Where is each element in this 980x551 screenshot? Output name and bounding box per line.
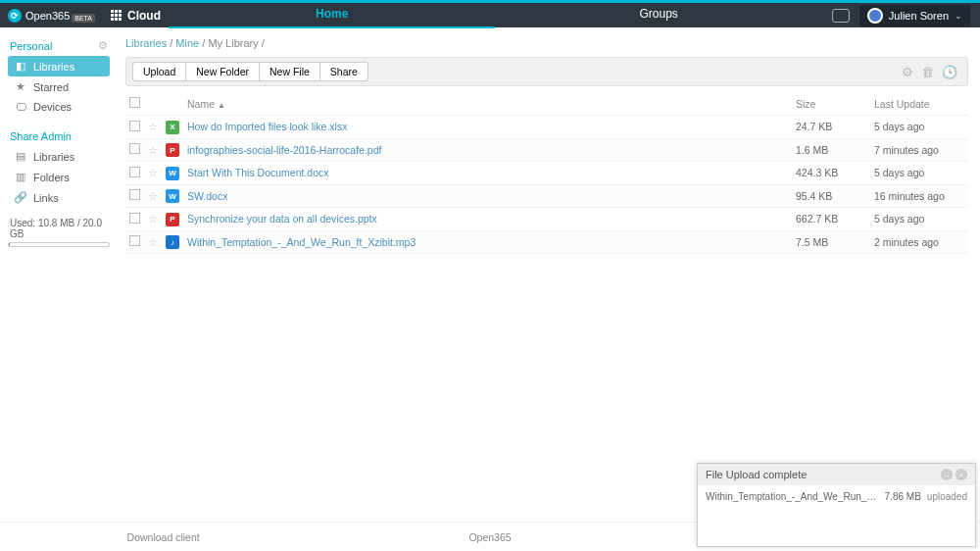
- star-icon[interactable]: ☆: [148, 236, 158, 248]
- star-icon[interactable]: ☆: [148, 144, 158, 156]
- sidebar-item-label: Links: [33, 192, 59, 204]
- new-file-button[interactable]: New File: [260, 62, 320, 81]
- file-type-icon: P: [166, 143, 179, 157]
- sidebar-item-label: Devices: [33, 101, 72, 113]
- storage-used-label: Used: 10.8 MB / 20.0 GB: [8, 218, 110, 239]
- table-row[interactable]: ☆♪Within_Temptation_-_And_We_Run_ft_Xzib…: [125, 230, 968, 254]
- file-link[interactable]: Synchronize your data on all devices.ppt…: [187, 213, 377, 225]
- star-icon[interactable]: ☆: [148, 190, 158, 202]
- crumb-libraries[interactable]: Libraries: [125, 37, 167, 49]
- sidebar-icon: 🔗: [14, 191, 27, 204]
- star-icon[interactable]: ☆: [148, 213, 158, 225]
- avatar: [867, 8, 883, 24]
- sidebar-item-libraries[interactable]: ▤Libraries: [8, 146, 110, 167]
- breadcrumb: Libraries / Mine / My Library /: [125, 33, 968, 53]
- file-size: 1.6 MB: [792, 138, 870, 162]
- upload-row: Within_Temptation_-_And_We_Run_ft_X... 7…: [706, 491, 967, 502]
- file-size: 662.7 KB: [792, 208, 870, 231]
- brand-logo[interactable]: ⟳ Open365 BETA: [0, 8, 103, 23]
- sidebar-heading-shareadmin: Share Admin: [8, 126, 110, 146]
- sidebar: Personal ⚙ ◧Libraries★Starred🖵Devices Sh…: [0, 27, 118, 522]
- trash-icon[interactable]: 🗑: [917, 65, 938, 79]
- nav-home[interactable]: Home: [169, 2, 495, 28]
- footer-brand[interactable]: Open365: [326, 531, 653, 543]
- col-update[interactable]: Last Update: [870, 92, 968, 116]
- sidebar-icon: 🖵: [14, 101, 27, 113]
- storage-bar: [8, 242, 110, 247]
- sidebar-item-libraries[interactable]: ◧Libraries: [8, 56, 110, 76]
- col-size[interactable]: Size: [792, 92, 870, 116]
- star-icon[interactable]: ☆: [148, 167, 158, 178]
- crumb-current: My Library: [208, 37, 258, 49]
- sidebar-item-starred[interactable]: ★Starred: [8, 76, 110, 97]
- col-name[interactable]: Name ▲: [183, 92, 792, 116]
- user-name: Julien Soren: [889, 10, 949, 22]
- row-checkbox[interactable]: [129, 189, 140, 200]
- table-row[interactable]: ☆XHow do Imported files look like.xlsx24…: [125, 116, 968, 139]
- file-type-icon: W: [166, 189, 179, 203]
- file-updated: 5 days ago: [870, 116, 968, 139]
- sidebar-icon: ◧: [14, 60, 27, 73]
- top-nav: Home Groups: [169, 2, 822, 28]
- table-row[interactable]: ☆WStart With This Document.docx424.3 KB5…: [125, 162, 968, 185]
- file-size: 424.3 KB: [792, 162, 870, 185]
- sidebar-item-label: Libraries: [33, 61, 74, 73]
- file-link[interactable]: Start With This Document.docx: [187, 167, 329, 178]
- chevron-down-icon: ⌄: [955, 11, 962, 21]
- beta-badge: BETA: [72, 14, 95, 23]
- upload-filename: Within_Temptation_-_And_We_Run_ft_X...: [706, 491, 879, 502]
- star-icon[interactable]: ☆: [148, 121, 158, 132]
- select-all-checkbox[interactable]: [129, 97, 140, 108]
- sidebar-item-links[interactable]: 🔗Links: [8, 187, 110, 208]
- sidebar-item-label: Starred: [33, 81, 69, 93]
- grid-icon: [111, 10, 122, 21]
- file-link[interactable]: How do Imported files look like.xlsx: [187, 121, 347, 132]
- file-link[interactable]: Within_Temptation_-_And_We_Run_ft_Xzibit…: [187, 236, 416, 248]
- file-type-icon: W: [166, 167, 179, 180]
- crumb-mine[interactable]: Mine: [175, 37, 199, 49]
- row-checkbox[interactable]: [129, 167, 140, 177]
- sidebar-icon: ★: [14, 80, 27, 93]
- row-checkbox[interactable]: [129, 121, 140, 131]
- table-row[interactable]: ☆Pinfographies-social-life-2016-Harrocaf…: [125, 138, 968, 162]
- row-checkbox[interactable]: [129, 143, 140, 154]
- file-size: 24.7 KB: [792, 116, 870, 139]
- share-button[interactable]: Share: [320, 62, 368, 81]
- upload-size: 7.86 MB: [885, 491, 921, 502]
- sidebar-icon: ▤: [14, 150, 27, 163]
- settings-icon[interactable]: ⚙: [898, 65, 917, 79]
- file-size: 7.5 MB: [792, 230, 870, 254]
- brand-name: Open365: [25, 10, 70, 22]
- row-checkbox[interactable]: [129, 213, 140, 224]
- app-name: Cloud: [127, 9, 161, 23]
- footer-download[interactable]: Download client: [0, 531, 326, 543]
- gear-icon[interactable]: ⚙: [98, 39, 108, 52]
- file-updated: 2 minutes ago: [870, 230, 968, 254]
- new-folder-button[interactable]: New Folder: [186, 62, 260, 81]
- close-icon[interactable]: ×: [956, 469, 967, 480]
- app-switcher[interactable]: Cloud: [103, 9, 169, 23]
- table-row[interactable]: ☆WSW.docx95.4 KB16 minutes ago: [125, 184, 968, 208]
- chat-icon[interactable]: [832, 9, 850, 23]
- file-updated: 7 minutes ago: [870, 138, 968, 162]
- logo-icon: ⟳: [8, 9, 22, 23]
- row-checkbox[interactable]: [129, 235, 140, 246]
- sidebar-item-label: Folders: [33, 172, 70, 183]
- file-table: Name ▲ Size Last Update ☆XHow do Importe…: [125, 92, 968, 254]
- upload-panel-title: File Upload complete: [706, 469, 938, 480]
- minimize-icon[interactable]: –: [941, 469, 953, 480]
- table-row[interactable]: ☆PSynchronize your data on all devices.p…: [125, 208, 968, 231]
- upload-button[interactable]: Upload: [132, 62, 186, 81]
- sidebar-item-folders[interactable]: ▥Folders: [8, 167, 110, 187]
- file-size: 95.4 KB: [792, 184, 870, 208]
- nav-groups[interactable]: Groups: [495, 2, 821, 28]
- file-updated: 5 days ago: [870, 162, 968, 185]
- file-link[interactable]: infographies-social-life-2016-Harrocafe.…: [187, 144, 381, 156]
- sidebar-heading-personal: Personal ⚙: [8, 35, 110, 56]
- user-menu[interactable]: Julien Soren ⌄: [859, 5, 970, 26]
- file-updated: 16 minutes ago: [870, 184, 968, 208]
- sidebar-icon: ▥: [14, 171, 27, 183]
- sidebar-item-devices[interactable]: 🖵Devices: [8, 97, 110, 117]
- history-icon[interactable]: 🕓: [938, 65, 961, 79]
- file-link[interactable]: SW.docx: [187, 190, 227, 202]
